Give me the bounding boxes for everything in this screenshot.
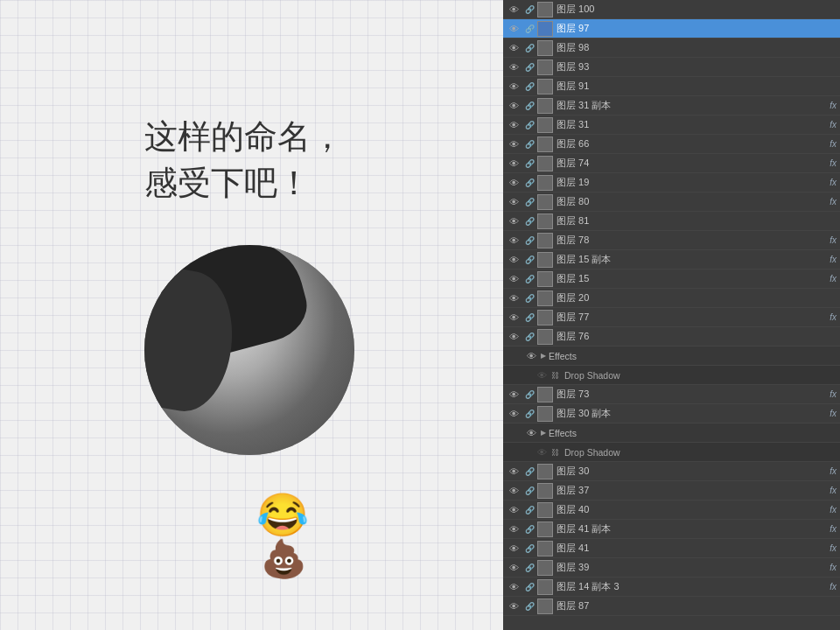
layer-row[interactable]: 👁 🔗 图层 87 — [503, 597, 840, 616]
visibility-icon[interactable]: 👁 — [507, 292, 521, 304]
link-icon[interactable]: 🔗 — [523, 408, 536, 420]
link-icon[interactable]: 🔗 — [523, 80, 536, 93]
layer-row[interactable]: 👁 🔗 图层 15 fx — [503, 270, 840, 289]
layer-row[interactable]: 👁 🔗 图层 98 — [503, 38, 840, 58]
link-icon[interactable]: 🔗 — [523, 292, 536, 304]
visibility-icon[interactable]: 👁 — [507, 331, 521, 343]
link-icon[interactable]: 🔗 — [523, 542, 536, 555]
visibility-icon[interactable]: 👁 — [507, 42, 521, 54]
link-icon[interactable]: 🔗 — [523, 562, 536, 574]
layer-row[interactable]: 👁 🔗 图层 14 副本 3 fx — [503, 578, 840, 597]
visibility-icon[interactable]: 👁 — [507, 312, 521, 324]
link-icon[interactable]: 🔗 — [523, 4, 536, 16]
visibility-icon[interactable]: 👁 — [507, 158, 521, 170]
visibility-icon[interactable]: 👁 — [507, 80, 521, 93]
visibility-icon[interactable]: 👁 — [507, 523, 521, 536]
layer-row[interactable]: 👁 ⛓ Drop Shadow — [503, 443, 840, 462]
link-icon[interactable]: 🔗 — [523, 42, 536, 54]
link-icon[interactable]: 🔗 — [523, 254, 536, 266]
link-icon[interactable]: 🔗 — [523, 388, 536, 401]
visibility-icon[interactable]: 👁 — [507, 581, 521, 593]
expand-icon[interactable]: ▶ — [541, 429, 546, 437]
visibility-icon[interactable]: 👁 — [507, 100, 521, 112]
layer-row[interactable]: 👁 🔗 图层 77 fx — [503, 308, 840, 327]
layer-row[interactable]: 👁 🔗 图层 74 fx — [503, 154, 840, 173]
link-icon[interactable]: 🔗 — [523, 177, 536, 189]
layer-row[interactable]: 👁 🔗 图层 37 fx — [503, 481, 840, 500]
visibility-icon[interactable]: 👁 — [507, 542, 521, 555]
layer-row[interactable]: 👁 🔗 图层 93 — [503, 58, 840, 77]
expand-icon[interactable]: ▶ — [541, 352, 546, 360]
link-icon[interactable]: 🔗 — [523, 215, 536, 228]
layer-row[interactable]: 👁 ▶ Effects — [503, 424, 840, 443]
visibility-icon[interactable]: 👁 — [507, 196, 521, 208]
link-icon[interactable]: 🔗 — [523, 600, 536, 612]
visibility-icon[interactable]: 👁 — [507, 4, 521, 16]
link-icon[interactable]: 🔗 — [523, 138, 536, 150]
visibility-icon[interactable]: 👁 — [507, 177, 521, 189]
visibility-icon[interactable]: 👁 — [507, 485, 521, 497]
visibility-icon[interactable]: 👁 — [535, 446, 549, 458]
layer-row[interactable]: 👁 🔗 图层 30 fx — [503, 462, 840, 481]
layer-row[interactable]: 👁 ▶ Effects — [503, 346, 840, 366]
link-icon[interactable]: 🔗 — [523, 119, 536, 131]
visibility-icon[interactable]: 👁 — [507, 466, 521, 478]
visibility-icon[interactable]: 👁 — [507, 61, 521, 74]
layer-row[interactable]: 👁 🔗 图层 80 fx — [503, 192, 840, 212]
visibility-icon[interactable]: 👁 — [507, 234, 521, 247]
visibility-icon[interactable]: 👁 — [507, 254, 521, 266]
layer-row[interactable]: 👁 🔗 图层 31 副本 fx — [503, 96, 840, 116]
fx-badge: fx — [830, 178, 836, 187]
layer-row[interactable]: 👁 🔗 图层 20 — [503, 289, 840, 308]
link-icon[interactable]: 🔗 — [523, 23, 536, 35]
visibility-icon[interactable]: 👁 — [507, 119, 521, 131]
visibility-icon[interactable]: 👁 — [524, 350, 538, 362]
link-icon[interactable]: 🔗 — [523, 331, 536, 343]
visibility-icon[interactable]: 👁 — [507, 600, 521, 612]
layer-row[interactable]: 👁 🔗 图层 91 — [503, 77, 840, 96]
layer-row[interactable]: 👁 🔗 图层 100 — [503, 0, 840, 19]
layer-name: 图层 74 — [556, 157, 826, 170]
link-icon[interactable]: 🔗 — [523, 61, 536, 74]
link-icon[interactable]: 🔗 — [523, 581, 536, 593]
link-icon[interactable]: 🔗 — [523, 504, 536, 516]
emoji-laughing: 😂 — [256, 494, 309, 536]
layer-row[interactable]: 👁 🔗 图层 73 fx — [503, 385, 840, 404]
layer-row[interactable]: 👁 🔗 图层 39 fx — [503, 558, 840, 578]
layer-row[interactable]: 👁 🔗 图层 76 — [503, 327, 840, 346]
link-icon[interactable]: 🔗 — [523, 158, 536, 170]
layer-row[interactable]: 👁 🔗 图层 97 — [503, 19, 840, 38]
layer-row[interactable]: 👁 🔗 图层 78 fx — [503, 231, 840, 250]
layer-row[interactable]: 👁 🔗 图层 66 fx — [503, 135, 840, 154]
visibility-icon[interactable]: 👁 — [507, 215, 521, 228]
visibility-icon[interactable]: 👁 — [507, 504, 521, 516]
visibility-icon[interactable]: 👁 — [507, 562, 521, 574]
visibility-icon[interactable]: 👁 — [524, 427, 538, 439]
link-icon[interactable]: 🔗 — [523, 523, 536, 536]
layer-row[interactable]: 👁 ⛓ Drop Shadow — [503, 366, 840, 385]
link-icon[interactable]: 🔗 — [523, 100, 536, 112]
visibility-icon[interactable]: 👁 — [507, 138, 521, 150]
layer-name: 图层 41 — [556, 542, 826, 555]
layer-row[interactable]: 👁 🔗 图层 15 副本 fx — [503, 250, 840, 270]
visibility-icon[interactable]: 👁 — [507, 408, 521, 420]
layer-row[interactable]: 👁 🔗 图层 81 — [503, 212, 840, 231]
link-icon[interactable]: 🔗 — [523, 312, 536, 324]
layer-row[interactable]: 👁 🔗 图层 41 副本 fx — [503, 520, 840, 539]
link-icon[interactable]: 🔗 — [523, 196, 536, 208]
link-icon[interactable]: 🔗 — [523, 234, 536, 247]
visibility-icon[interactable]: 👁 — [507, 23, 521, 35]
layers-list[interactable]: 👁 🔗 图层 100 👁 🔗 图层 97 👁 🔗 图层 98 👁 🔗 图层 93… — [503, 0, 840, 630]
layer-row[interactable]: 👁 🔗 图层 31 fx — [503, 116, 840, 135]
visibility-icon[interactable]: 👁 — [507, 388, 521, 401]
visibility-icon[interactable]: 👁 — [507, 273, 521, 285]
layer-row[interactable]: 👁 🔗 图层 19 fx — [503, 173, 840, 192]
layer-row[interactable]: 👁 🔗 图层 30 副本 fx — [503, 404, 840, 424]
visibility-icon[interactable]: 👁 — [535, 369, 549, 382]
link-icon[interactable]: 🔗 — [523, 466, 536, 478]
layer-row[interactable]: 👁 🔗 图层 41 fx — [503, 539, 840, 558]
layer-row[interactable]: 👁 🔗 图层 40 fx — [503, 500, 840, 520]
layer-name: 图层 93 — [556, 60, 836, 74]
link-icon[interactable]: 🔗 — [523, 273, 536, 285]
link-icon[interactable]: 🔗 — [523, 485, 536, 497]
